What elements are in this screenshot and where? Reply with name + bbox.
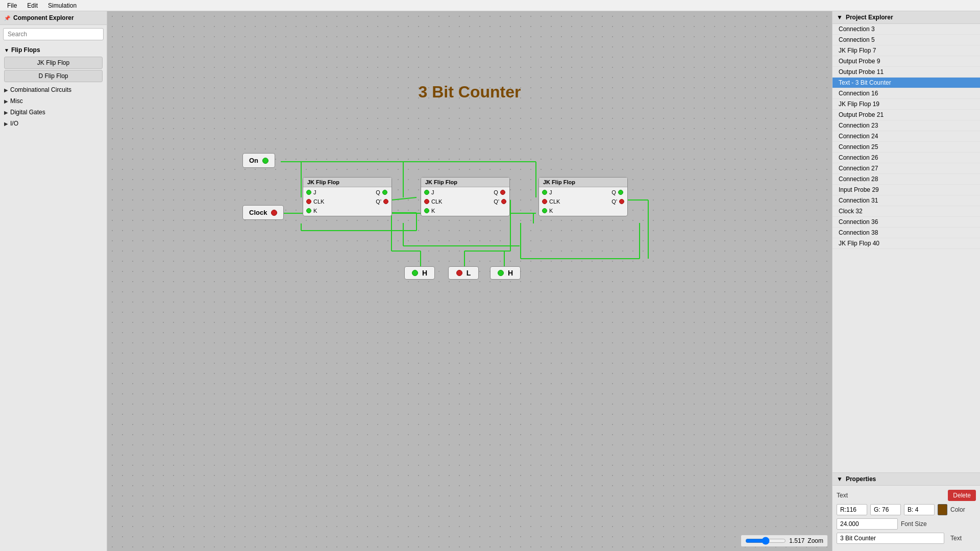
flip-flops-arrow: ▼ (4, 47, 9, 53)
menu-file[interactable]: File (2, 1, 22, 10)
zoom-bar: 1.517 Zoom (741, 535, 828, 547)
ff3-k-dot (542, 208, 547, 213)
gates-arrow: ▶ (4, 110, 8, 115)
project-list: Connection 3Connection 5JK Flip Flop 7Ou… (832, 24, 980, 473)
ff3-q-dot (618, 190, 623, 195)
ff1-clk-dot (306, 199, 311, 204)
zoom-value: 1.517 (789, 537, 804, 544)
ff1-right-pins: Q Q' (376, 189, 388, 214)
font-size-input[interactable] (837, 518, 898, 530)
misc-header[interactable]: ▶ Misc (0, 95, 107, 107)
ff1-clk-label: CLK (313, 198, 324, 205)
output-probe-l[interactable]: L (448, 266, 479, 280)
project-list-item[interactable]: Connection 24 (832, 131, 980, 142)
search-input[interactable] (3, 28, 104, 40)
ff1-j-dot (306, 190, 311, 195)
project-list-item[interactable]: Connection 28 (832, 174, 980, 185)
project-list-item[interactable]: Connection 38 (832, 228, 980, 238)
ff3-q-label: Q (611, 189, 616, 195)
project-list-item[interactable]: Connection 5 (832, 35, 980, 45)
properties-header: ▼ Properties (832, 473, 980, 486)
ff2-j-label: J (431, 189, 434, 195)
jk-flip-flop-button[interactable]: JK Flip Flop (4, 57, 103, 69)
ff2-title: JK Flip Flop (421, 178, 509, 187)
color-swatch[interactable] (938, 504, 947, 515)
ff2-clk-label: CLK (431, 198, 442, 205)
delete-button[interactable]: Delete (948, 490, 976, 501)
component-explorer: 📌 Component Explorer ▼ Flip Flops JK Fli… (0, 11, 107, 551)
color-label: Color (950, 506, 976, 513)
project-list-item[interactable]: Clock 32 (832, 206, 980, 217)
circuit-title[interactable]: 3 Bit Counter (419, 83, 521, 102)
ff1-q-label: Q (376, 189, 380, 195)
canvas-area[interactable]: 3 Bit Counter (107, 11, 832, 551)
project-list-item[interactable]: Connection 25 (832, 142, 980, 153)
probe-l-label: L (467, 269, 471, 277)
menu-edit[interactable]: Edit (22, 1, 43, 10)
output-probe-h1[interactable]: H (404, 266, 435, 280)
output-probe-h2[interactable]: H (490, 266, 521, 280)
ff3-clk-dot (542, 199, 547, 204)
project-list-item[interactable]: Connection 27 (832, 163, 980, 174)
jk-flip-flop-1[interactable]: JK Flip Flop J CLK K Q Q' (303, 177, 392, 216)
jk-flip-flop-2[interactable]: JK Flip Flop J CLK K Q Q' (421, 177, 510, 216)
comb-arrow: ▶ (4, 87, 8, 93)
ff3-j-dot (542, 190, 547, 195)
project-list-item[interactable]: JK Flip Flop 7 (832, 45, 980, 56)
d-flip-flop-button[interactable]: D Flip Flop (4, 70, 103, 82)
ff2-clk-dot (424, 199, 429, 204)
menu-bar: File Edit Simulation (0, 0, 980, 11)
ff2-j-dot (424, 190, 429, 195)
project-list-item[interactable]: Connection 23 (832, 120, 980, 131)
project-list-item[interactable]: JK Flip Flop 19 (832, 99, 980, 110)
project-list-item[interactable]: Connection 36 (832, 217, 980, 228)
ff1-qp-dot (383, 199, 388, 204)
zoom-slider[interactable] (745, 537, 786, 545)
io-header[interactable]: ▶ I/O (0, 118, 107, 129)
project-list-item[interactable]: Connection 16 (832, 88, 980, 99)
project-explorer-title: Project Explorer (846, 14, 893, 21)
ff3-left-pins: J CLK K (542, 189, 560, 214)
project-list-item[interactable]: Output Probe 9 (832, 56, 980, 67)
clock-button[interactable]: Clock (242, 205, 284, 220)
ff2-q-dot (500, 190, 505, 195)
ff1-title: JK Flip Flop (303, 178, 391, 187)
right-panel: ▼ Project Explorer Connection 3Connectio… (832, 11, 980, 551)
io-label: I/O (10, 120, 18, 127)
combinational-circuits-header[interactable]: ▶ Combinational Circuits (0, 84, 107, 95)
ff3-qp-dot (619, 199, 624, 204)
ff2-k-dot (424, 208, 429, 213)
prop-g-input[interactable] (870, 504, 901, 515)
menu-simulation[interactable]: Simulation (43, 1, 82, 10)
digital-gates-header[interactable]: ▶ Digital Gates (0, 107, 107, 118)
project-list-item[interactable]: Input Probe 29 (832, 185, 980, 195)
project-explorer-header: ▼ Project Explorer (832, 11, 980, 24)
comb-label: Combinational Circuits (10, 86, 71, 93)
flip-flops-header[interactable]: ▼ Flip Flops (0, 44, 107, 56)
io-arrow: ▶ (4, 121, 8, 127)
prop-b-input[interactable] (904, 504, 935, 515)
sidebar-header: 📌 Component Explorer (0, 11, 107, 25)
jk-flip-flop-3[interactable]: JK Flip Flop J CLK K Q Q' (538, 177, 628, 216)
project-list-item[interactable]: Text - 3 Bit Counter (832, 78, 980, 88)
ff2-q-label: Q (494, 189, 498, 195)
ff3-title: JK Flip Flop (539, 178, 627, 187)
project-list-item[interactable]: Connection 26 (832, 153, 980, 163)
prop-r-input[interactable] (837, 504, 867, 515)
ff1-qp-label: Q' (376, 198, 381, 205)
gates-label: Digital Gates (10, 109, 45, 116)
project-list-item[interactable]: Output Probe 11 (832, 67, 980, 78)
text-value-input[interactable] (837, 533, 944, 544)
ff2-k-label: K (431, 208, 435, 214)
ff3-j-label: J (549, 189, 552, 195)
on-button[interactable]: On (242, 153, 275, 168)
project-list-item[interactable]: Connection 31 (832, 195, 980, 206)
zoom-label: Zoom (807, 537, 823, 544)
project-list-item[interactable]: Connection 3 (832, 24, 980, 35)
text-label: Text (950, 535, 976, 542)
probe-l-dot (456, 270, 462, 276)
pin-icon: 📌 (4, 15, 10, 21)
ff3-k-label: K (549, 208, 553, 214)
project-list-item[interactable]: JK Flip Flop 40 (832, 238, 980, 249)
project-list-item[interactable]: Output Probe 21 (832, 110, 980, 120)
